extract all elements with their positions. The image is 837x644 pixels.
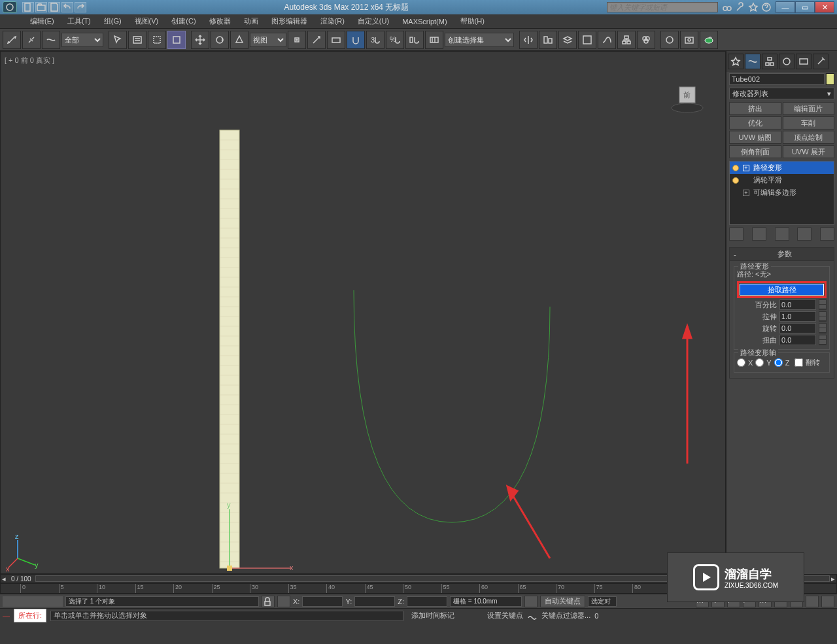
schematic-icon[interactable] (617, 31, 636, 49)
tab-create-icon[interactable] (728, 54, 743, 69)
material-editor-icon[interactable] (637, 31, 655, 49)
menu-group[interactable]: 组(G) (97, 14, 128, 28)
rotate-input[interactable]: 0.0 (779, 323, 816, 333)
spinner-snap-icon[interactable] (405, 31, 424, 49)
render-setup-icon[interactable] (660, 31, 679, 49)
select-name-icon[interactable] (128, 31, 146, 49)
pin-stack-icon[interactable] (729, 228, 743, 241)
menu-graph[interactable]: 图形编辑器 (265, 14, 314, 28)
axis-y-radio[interactable] (755, 358, 764, 367)
axis-x-radio[interactable] (737, 358, 745, 367)
bulb-icon[interactable] (732, 165, 739, 171)
key-filter-button[interactable]: 关键点过滤器... (541, 611, 590, 620)
select-icon[interactable] (109, 31, 127, 49)
scale-icon[interactable] (230, 31, 248, 49)
pick-path-button[interactable]: 拾取路径 (740, 284, 824, 296)
mod-bevelprofile[interactable]: 倒角剖面 (729, 145, 781, 158)
link-icon[interactable] (3, 31, 21, 49)
menu-render[interactable]: 渲染(R) (314, 14, 351, 28)
help-icon[interactable] (761, 2, 772, 12)
help-search-input[interactable] (607, 2, 718, 12)
bind-spacewarp-icon[interactable] (42, 31, 60, 49)
mod-lathe[interactable]: 车削 (783, 116, 835, 129)
remove-mod-icon[interactable] (797, 228, 811, 241)
rotate-spinner[interactable] (819, 323, 827, 333)
menu-maxscript[interactable]: MAXScript(M) (396, 16, 453, 27)
twist-spinner[interactable] (819, 335, 827, 345)
mirror-icon[interactable] (519, 31, 538, 49)
save-icon[interactable] (48, 2, 60, 12)
object-color-swatch[interactable] (826, 73, 834, 85)
modifier-stack[interactable]: +路径变形 涡轮平滑 +可编辑多边形 (729, 161, 834, 225)
bulb-icon[interactable] (732, 177, 739, 184)
curve-editor-icon[interactable] (598, 31, 616, 49)
select-region-icon[interactable] (148, 31, 166, 49)
viewcube[interactable]: 前 (669, 78, 706, 114)
menu-anim[interactable]: 动画 (237, 14, 265, 28)
current-frame[interactable]: 0 (594, 612, 614, 620)
open-icon[interactable] (35, 2, 47, 12)
snap-toggle-icon[interactable] (347, 31, 365, 49)
render-icon[interactable] (700, 31, 718, 49)
mod-uvwmap[interactable]: UVW 贴图 (729, 131, 781, 144)
nav-fov-icon[interactable] (806, 596, 819, 607)
object-name-input[interactable] (729, 73, 825, 85)
manipulate-icon[interactable] (307, 31, 326, 49)
unique-icon[interactable] (775, 228, 789, 241)
key-tangent-icon[interactable] (527, 610, 538, 622)
tab-hierarchy-icon[interactable] (762, 54, 777, 69)
flip-checkbox[interactable] (794, 358, 803, 367)
percent-spinner[interactable] (819, 299, 827, 310)
keyboard-icon[interactable] (327, 31, 345, 49)
percent-input[interactable]: 0.0 (779, 299, 816, 310)
x-input[interactable] (302, 596, 343, 607)
autokey-button[interactable]: 自动关键点 (540, 596, 585, 607)
mod-vertexpaint[interactable]: 顶点绘制 (783, 131, 835, 144)
percent-snap-icon[interactable]: % (386, 31, 404, 49)
menu-view[interactable]: 视图(V) (128, 14, 165, 28)
mod-uvwunwrap[interactable]: UVW 展开 (783, 145, 835, 158)
modifier-list-select[interactable]: 修改器列表▾ (729, 88, 834, 99)
selection-filter[interactable]: 全部 (61, 33, 103, 47)
undo-icon[interactable] (61, 2, 73, 12)
named-selset[interactable]: 创建选择集 (445, 33, 514, 47)
redo-icon[interactable] (75, 2, 86, 12)
menu-modifiers[interactable]: 修改器 (203, 14, 237, 28)
plus-icon[interactable]: + (743, 165, 749, 171)
y-input[interactable] (354, 596, 395, 607)
rotate-icon[interactable] (211, 31, 229, 49)
plus-icon[interactable]: + (743, 190, 749, 196)
mod-extrude[interactable]: 挤出 (729, 102, 781, 115)
axis-z-radio[interactable] (774, 358, 783, 367)
twist-input[interactable]: 0.0 (779, 335, 816, 345)
align-icon[interactable] (539, 31, 557, 49)
add-time-tag[interactable]: 添加时间标记 (411, 611, 483, 620)
new-icon[interactable] (22, 2, 34, 12)
isolate-icon[interactable] (524, 596, 538, 607)
tab-utilities-icon[interactable] (813, 54, 828, 69)
pivot-icon[interactable] (288, 31, 306, 49)
viewport-front[interactable]: [ + 0 前 0 真实 ] y x z y x (0, 51, 726, 574)
minimize-button[interactable]: — (776, 1, 795, 13)
menu-create[interactable]: 创建(C) (165, 14, 202, 28)
ref-coord-select[interactable]: 视图 (250, 33, 286, 47)
script-mini[interactable] (3, 596, 63, 607)
wrench-icon[interactable] (735, 2, 745, 12)
unlink-icon[interactable] (22, 31, 41, 49)
lock-icon[interactable] (262, 596, 275, 607)
mod-editpatch[interactable]: 编辑面片 (783, 102, 835, 115)
transform-type-icon[interactable] (277, 596, 290, 607)
edit-selset-icon[interactable] (425, 31, 443, 49)
stretch-spinner[interactable] (819, 311, 827, 322)
stack-item-turbosmooth[interactable]: 涡轮平滑 (730, 174, 834, 186)
star-icon[interactable] (748, 2, 759, 12)
menu-edit[interactable]: 编辑(E) (24, 14, 61, 28)
key-mode[interactable]: 选定对 (588, 596, 617, 607)
window-crossing-icon[interactable] (167, 31, 186, 49)
menu-tools[interactable]: 工具(T) (61, 14, 97, 28)
tab-motion-icon[interactable] (779, 54, 794, 69)
layers-icon[interactable] (558, 31, 577, 49)
show-end-icon[interactable] (752, 228, 766, 241)
maximize-button[interactable]: ▭ (795, 1, 815, 13)
tab-display-icon[interactable] (796, 54, 811, 69)
